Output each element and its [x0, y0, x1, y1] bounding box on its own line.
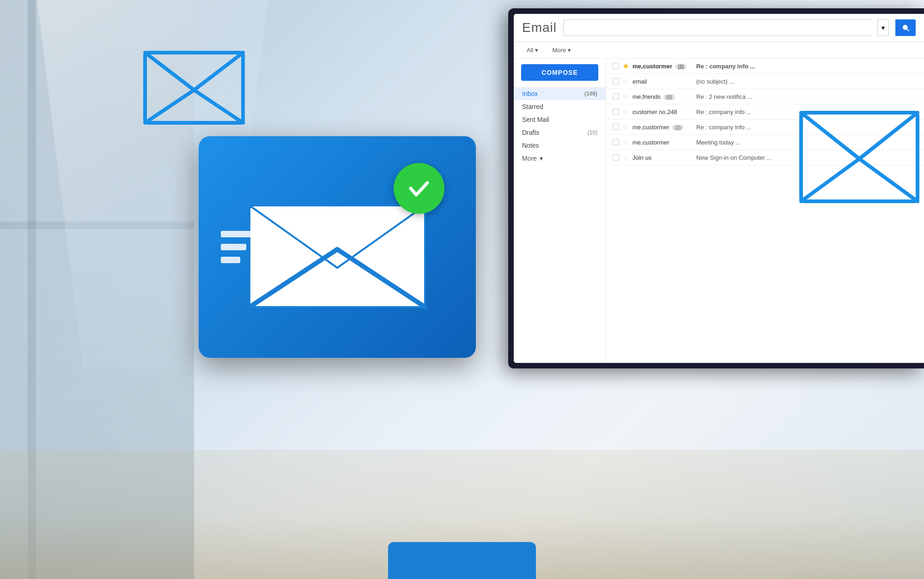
svg-line-8: [801, 159, 859, 201]
email-row[interactable]: ☆ email (no subject) ...: [606, 74, 924, 89]
card-line-1: [221, 231, 253, 237]
email-subject: Re : 2 new notifica ...: [696, 93, 918, 100]
email-sender: me,custormer (2): [632, 63, 693, 70]
star-icon[interactable]: ☆: [623, 139, 629, 146]
drafts-label: Drafts: [522, 129, 539, 136]
checkmark-icon: [405, 175, 433, 202]
email-header: Email ▾: [514, 14, 924, 42]
checkmark-badge: [394, 163, 444, 214]
star-icon[interactable]: ☆: [623, 78, 629, 85]
envelope-outline-right: [799, 111, 919, 203]
all-dropdown-icon: ▾: [535, 47, 538, 54]
more-nav-chevron: ▾: [540, 155, 543, 162]
card-line-3: [221, 257, 240, 263]
sender-badge: (2): [675, 64, 687, 70]
sidebar-item-starred[interactable]: Starred: [514, 100, 606, 113]
email-checkbox[interactable]: [613, 139, 619, 145]
sidebar-item-more[interactable]: More ▾: [514, 152, 606, 165]
sidebar-item-notes[interactable]: Notes: [514, 139, 606, 152]
more-dropdown-icon: ▾: [568, 47, 571, 54]
email-subject: Re : company info ...: [696, 63, 918, 70]
search-button[interactable]: [895, 19, 916, 36]
email-checkbox[interactable]: [613, 124, 619, 130]
inbox-count: (169): [584, 90, 597, 97]
chevron-down-icon: ▾: [881, 24, 885, 31]
email-checkbox[interactable]: [613, 93, 619, 100]
search-dropdown[interactable]: ▾: [877, 19, 889, 36]
svg-line-1: [145, 53, 194, 90]
all-filter-button[interactable]: All ▾: [522, 45, 543, 55]
svg-line-4: [194, 90, 243, 123]
sender-badge: (6): [663, 94, 675, 100]
email-subject: (no subject) ...: [696, 78, 918, 85]
star-icon[interactable]: ☆: [623, 93, 629, 100]
drafts-count: (10): [588, 129, 597, 136]
notes-label: Notes: [522, 142, 539, 149]
email-row[interactable]: ☆ me,friends (6) Re : 2 new notifica ...: [606, 89, 924, 104]
more-nav-label: More: [522, 155, 537, 162]
star-icon[interactable]: ☆: [623, 108, 629, 115]
more-filter-button[interactable]: More ▾: [547, 45, 576, 55]
sidebar-item-drafts[interactable]: Drafts (10): [514, 126, 606, 139]
search-icon: [901, 24, 910, 32]
star-icon[interactable]: ★: [623, 62, 629, 70]
email-sender: me,custormer: [632, 139, 693, 146]
svg-line-7: [859, 113, 918, 159]
sent-label: Sent Mail: [522, 116, 549, 123]
blue-card: [199, 136, 476, 358]
svg-line-2: [194, 53, 243, 90]
star-icon[interactable]: ☆: [623, 154, 629, 161]
email-toolbar: All ▾ More ▾: [514, 42, 924, 59]
email-sender: me,friends (6): [632, 93, 693, 100]
email-checkbox[interactable]: [613, 154, 619, 161]
starred-label: Starred: [522, 103, 543, 110]
card-line-2: [221, 244, 246, 250]
card-decoration-lines: [221, 231, 253, 263]
email-sender: me,custormer (2): [632, 124, 693, 131]
email-row[interactable]: ★ me,custormer (2) Re : company info ...: [606, 59, 924, 74]
star-icon[interactable]: ☆: [623, 123, 629, 131]
compose-button[interactable]: COMPOSE: [521, 64, 598, 81]
email-body: COMPOSE Inbox (169) Starred Sent Mail Dr…: [514, 59, 924, 363]
sidebar-item-sent[interactable]: Sent Mail: [514, 113, 606, 126]
inbox-label: Inbox: [522, 90, 538, 97]
svg-line-3: [145, 90, 194, 123]
email-list: ★ me,custormer (2) Re : company info ...…: [606, 59, 924, 363]
bottom-blue-hint: [388, 542, 536, 579]
email-checkbox[interactable]: [613, 63, 619, 69]
email-checkbox[interactable]: [613, 78, 619, 84]
email-sender: customer no.248: [632, 109, 693, 115]
svg-line-9: [859, 159, 918, 201]
email-sender: email: [632, 78, 693, 85]
app-title: Email: [522, 20, 557, 35]
all-label: All: [527, 47, 533, 54]
email-sender: Join us: [632, 154, 693, 161]
email-sidebar: COMPOSE Inbox (169) Starred Sent Mail Dr…: [514, 59, 606, 363]
search-input[interactable]: [563, 19, 871, 36]
svg-line-6: [801, 113, 859, 159]
sender-badge: (2): [672, 125, 683, 131]
envelope-outline-topleft: [143, 51, 245, 125]
email-checkbox[interactable]: [613, 109, 619, 115]
sidebar-item-inbox[interactable]: Inbox (169): [514, 87, 606, 100]
more-label: More: [552, 47, 566, 54]
